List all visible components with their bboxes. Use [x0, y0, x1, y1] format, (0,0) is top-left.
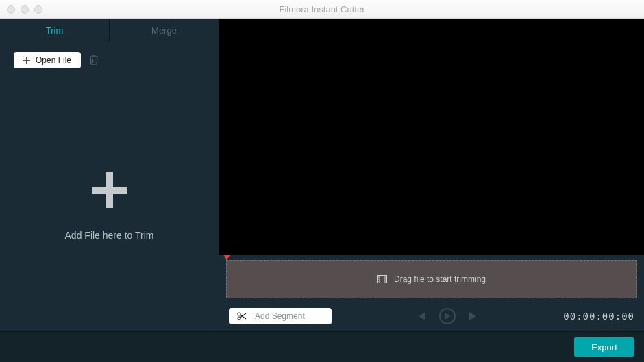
add-segment-label: Add Segment: [255, 311, 305, 321]
timeline[interactable]: Drag file to start trimming: [219, 255, 644, 301]
video-preview: [219, 19, 644, 255]
close-window-button[interactable]: [7, 5, 15, 14]
tab-merge[interactable]: Merge: [110, 19, 219, 42]
tab-trim[interactable]: Trim: [0, 19, 109, 42]
open-file-button[interactable]: Open File: [14, 52, 81, 68]
big-plus-icon: [88, 168, 132, 212]
open-file-label: Open File: [36, 55, 71, 65]
export-button[interactable]: Export: [574, 337, 634, 357]
window-title: Filmora Instant Cutter: [0, 4, 644, 14]
main-area: Trim Merge Open File Add File here to T: [0, 19, 644, 331]
trash-icon[interactable]: [89, 55, 99, 66]
tab-merge-label: Merge: [151, 25, 177, 36]
playback-controls: Add Segment 00:00:00:00: [219, 301, 644, 331]
next-frame-button[interactable]: [468, 311, 479, 321]
window-controls: [0, 5, 42, 14]
right-panel: Drag file to start trimming Add Segment: [219, 19, 644, 331]
add-file-label: Add File here to Trim: [65, 230, 154, 241]
timecode: 00:00:00:00: [563, 311, 634, 322]
svg-rect-0: [377, 276, 386, 283]
footer: Export: [0, 331, 644, 362]
play-button[interactable]: [439, 308, 456, 324]
timeline-dropzone[interactable]: Drag file to start trimming: [226, 260, 637, 298]
minimize-window-button[interactable]: [21, 5, 29, 14]
add-segment-button[interactable]: Add Segment: [229, 308, 332, 324]
transport-controls: [416, 308, 479, 324]
sidebar: Trim Merge Open File Add File here to T: [0, 19, 219, 331]
mode-tabs: Trim Merge: [0, 19, 219, 42]
scissors-icon: [237, 312, 247, 320]
filmstrip-icon: [377, 275, 387, 283]
file-toolbar: Open File: [0, 42, 219, 78]
prev-frame-button[interactable]: [416, 311, 427, 321]
add-file-dropzone[interactable]: Add File here to Trim: [0, 78, 219, 331]
timeline-placeholder: Drag file to start trimming: [394, 274, 486, 284]
plus-icon: [23, 57, 30, 64]
titlebar: Filmora Instant Cutter: [0, 0, 644, 19]
tab-trim-label: Trim: [46, 25, 64, 36]
export-label: Export: [591, 342, 617, 352]
zoom-window-button[interactable]: [34, 5, 42, 14]
